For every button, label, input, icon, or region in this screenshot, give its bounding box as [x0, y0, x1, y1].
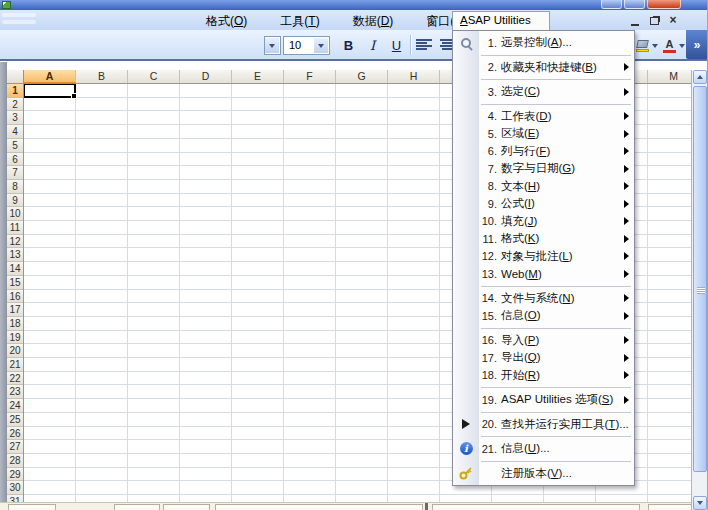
cell-d9[interactable] [180, 194, 232, 207]
cell-g25[interactable] [336, 413, 388, 426]
cell-e1[interactable] [232, 84, 284, 97]
row-header-29[interactable]: 29 [7, 468, 23, 482]
cell-m13[interactable] [648, 248, 691, 261]
cell-c11[interactable] [128, 221, 180, 234]
cell-g13[interactable] [336, 248, 388, 261]
scroll-up-arrow[interactable] [693, 70, 707, 84]
column-header-c[interactable]: C [128, 70, 180, 84]
cell-b18[interactable] [76, 317, 128, 330]
asap-menu-item[interactable]: 16.导入(P) [453, 332, 634, 350]
cell-h9[interactable] [388, 194, 440, 207]
cell-f3[interactable] [284, 111, 336, 124]
cell-f24[interactable] [284, 399, 336, 412]
cell-h22[interactable] [388, 372, 440, 385]
fill-color-dropdown-arrow[interactable] [652, 44, 658, 48]
cell-d26[interactable] [180, 427, 232, 440]
asap-menu-item[interactable]: 6.列与行(F) [453, 143, 634, 161]
cell-b19[interactable] [76, 331, 128, 344]
cell-h20[interactable] [388, 344, 440, 357]
row-header-5[interactable]: 5 [7, 139, 23, 153]
row-header-27[interactable]: 27 [7, 440, 23, 454]
scroll-down-arrow[interactable] [693, 496, 707, 510]
cell-b1[interactable] [76, 84, 128, 97]
asap-menu-item[interactable]: 2.收藏夹和快捷键(B) [453, 59, 634, 77]
cell-c22[interactable] [128, 372, 180, 385]
font-color-dropdown-arrow[interactable] [679, 44, 685, 48]
cell-e24[interactable] [232, 399, 284, 412]
cell-e3[interactable] [232, 111, 284, 124]
cell-d23[interactable] [180, 385, 232, 398]
cell-m29[interactable] [648, 468, 691, 481]
select-all-corner[interactable] [7, 70, 24, 84]
cell-e16[interactable] [232, 290, 284, 303]
cell-f28[interactable] [284, 454, 336, 467]
bold-button[interactable]: B [337, 34, 360, 56]
row-header-14[interactable]: 14 [7, 262, 23, 276]
cell-h4[interactable] [388, 125, 440, 138]
cell-d15[interactable] [180, 276, 232, 289]
cell-h19[interactable] [388, 331, 440, 344]
cell-h1[interactable] [388, 84, 440, 97]
cell-d1[interactable] [180, 84, 232, 97]
cell-g26[interactable] [336, 427, 388, 440]
cell-m20[interactable] [648, 344, 691, 357]
cell-h21[interactable] [388, 358, 440, 371]
cell-b3[interactable] [76, 111, 128, 124]
cell-c19[interactable] [128, 331, 180, 344]
cell-e2[interactable] [232, 98, 284, 111]
cell-d30[interactable] [180, 481, 232, 494]
cell-b15[interactable] [76, 276, 128, 289]
sheet-tab[interactable] [163, 504, 210, 510]
cell-m23[interactable] [648, 385, 691, 398]
cell-c15[interactable] [128, 276, 180, 289]
row-header-9[interactable]: 9 [7, 194, 23, 208]
cell-h6[interactable] [388, 153, 440, 166]
cell-g15[interactable] [336, 276, 388, 289]
cell-f5[interactable] [284, 139, 336, 152]
cell-f7[interactable] [284, 166, 336, 179]
cell-a15[interactable] [24, 276, 76, 289]
window-minimize-button[interactable] [601, 0, 622, 9]
asap-menu-item[interactable]: 20.查找并运行实用工具(T)... [453, 416, 634, 434]
row-header-1[interactable]: 1 [7, 84, 23, 98]
font-name-combo-arrow[interactable] [264, 36, 281, 55]
cell-g17[interactable] [336, 303, 388, 316]
italic-button[interactable]: I [361, 34, 384, 56]
cell-a23[interactable] [24, 385, 76, 398]
cell-g1[interactable] [336, 84, 388, 97]
window-close-button[interactable] [647, 0, 681, 9]
cell-m19[interactable] [648, 331, 691, 344]
row-header-6[interactable]: 6 [7, 153, 23, 167]
cell-b10[interactable] [76, 207, 128, 220]
cell-b5[interactable] [76, 139, 128, 152]
cell-d13[interactable] [180, 248, 232, 261]
cell-h7[interactable] [388, 166, 440, 179]
row-header-18[interactable]: 18 [7, 317, 23, 331]
cell-c8[interactable] [128, 180, 180, 193]
cell-h3[interactable] [388, 111, 440, 124]
cell-m1[interactable] [648, 84, 691, 97]
cell-g20[interactable] [336, 344, 388, 357]
cell-a16[interactable] [24, 290, 76, 303]
workbook-restore-icon[interactable] [648, 14, 660, 26]
cell-e6[interactable] [232, 153, 284, 166]
align-left-button[interactable] [414, 37, 434, 54]
row-header-20[interactable]: 20 [7, 344, 23, 358]
selected-cell-a1[interactable] [24, 84, 76, 98]
cell-m15[interactable] [648, 276, 691, 289]
cell-g21[interactable] [336, 358, 388, 371]
cell-g9[interactable] [336, 194, 388, 207]
cell-m5[interactable] [648, 139, 691, 152]
row-header-10[interactable]: 10 [7, 207, 23, 221]
cell-a19[interactable] [24, 331, 76, 344]
cell-g24[interactable] [336, 399, 388, 412]
cell-c6[interactable] [128, 153, 180, 166]
cell-a2[interactable] [24, 98, 76, 111]
cell-d18[interactable] [180, 317, 232, 330]
cell-h13[interactable] [388, 248, 440, 261]
cell-e18[interactable] [232, 317, 284, 330]
asap-menu-item[interactable]: 13.Web(M) [453, 265, 634, 283]
cell-g29[interactable] [336, 468, 388, 481]
cell-h26[interactable] [388, 427, 440, 440]
cell-f10[interactable] [284, 207, 336, 220]
